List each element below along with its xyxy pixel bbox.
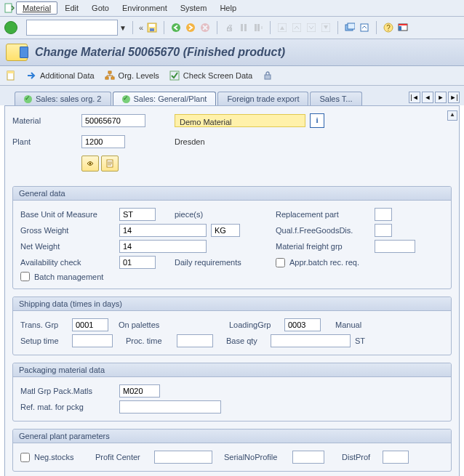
dist-prof-field[interactable] <box>383 451 409 464</box>
plant-desc: Dresden <box>175 137 205 146</box>
tab-label: Sales: sales org. 2 <box>36 94 102 103</box>
check-screen-button[interactable]: Check Screen Data <box>169 70 252 81</box>
menu-doc-icon[interactable] <box>4 3 15 13</box>
weight-unit-field[interactable] <box>211 224 240 237</box>
last-page-icon <box>320 22 332 33</box>
group-title: General data <box>13 187 451 201</box>
new-session-icon[interactable] <box>344 22 356 33</box>
svg-rect-8 <box>244 24 247 31</box>
document-icon <box>6 70 16 81</box>
material-label: Material <box>12 116 81 125</box>
loading-grp-field[interactable] <box>284 318 321 331</box>
group-title: Packaging material data <box>13 363 451 377</box>
svg-rect-25 <box>108 71 111 73</box>
cancel-icon <box>199 22 211 33</box>
appr-batch-label: Appr.batch rec. req. <box>289 258 359 267</box>
tab-label: Foreign trade export <box>227 94 299 103</box>
app-toolbar: ▼ « 🖨 ? <box>0 17 464 39</box>
neg-stocks-checkbox[interactable] <box>20 453 30 462</box>
group-shipping-data: Shipping data (times in days) Trans. Grp… <box>12 297 452 355</box>
svg-rect-10 <box>257 24 260 31</box>
find-icon <box>238 22 249 33</box>
material-desc-field[interactable]: Demo Material <box>175 114 305 127</box>
group-title: Shipping data (times in days) <box>13 297 451 311</box>
menu-environment[interactable]: Environment <box>116 2 173 14</box>
content-scrollbar[interactable]: ▲▼ <box>447 110 457 476</box>
net-weight-field[interactable] <box>119 240 207 253</box>
check-green-icon <box>169 70 180 81</box>
additional-data-button[interactable]: Additional Data <box>26 70 95 81</box>
help-icon[interactable]: ? <box>383 22 394 33</box>
appr-batch-checkbox[interactable] <box>276 258 285 267</box>
exit-icon[interactable] <box>185 22 196 33</box>
trans-grp-field[interactable] <box>72 318 108 331</box>
lock-button[interactable] <box>263 70 273 81</box>
plant-field[interactable] <box>81 135 125 148</box>
tab-sales-org-2[interactable]: Sales: sales org. 2 <box>15 92 111 105</box>
check-icon <box>24 95 32 103</box>
window-header: Change Material 50065670 (Finished produ… <box>0 39 464 66</box>
tab-sales-text[interactable]: Sales T... <box>310 92 361 105</box>
display-change-button[interactable] <box>81 156 99 172</box>
tab-next-icon[interactable]: ► <box>435 92 447 103</box>
menu-material[interactable]: Material <box>16 1 57 15</box>
hierarchy-icon <box>105 70 115 81</box>
trans-grp-text: On palettes <box>119 320 184 329</box>
tab-first-icon[interactable]: |◄ <box>409 92 420 103</box>
menu-system[interactable]: System <box>175 2 213 14</box>
base-qty-field[interactable] <box>271 334 351 347</box>
tab-label: Sales T... <box>319 94 352 103</box>
check-screen-label: Check Screen Data <box>183 71 252 80</box>
document-button[interactable] <box>101 156 119 172</box>
ref-mat-field[interactable] <box>119 400 221 414</box>
matl-grp-label: Matl Grp Pack.Matls <box>20 387 115 395</box>
additional-data-label: Additional Data <box>40 71 95 80</box>
replacement-field[interactable] <box>375 208 392 221</box>
serial-profile-field[interactable] <box>292 451 324 464</box>
tab-prev-icon[interactable]: ◄ <box>422 92 433 103</box>
menu-edit[interactable]: Edit <box>59 2 84 14</box>
command-dropdown-icon[interactable]: ▼ <box>119 24 127 32</box>
proc-time-field[interactable] <box>177 334 213 347</box>
freight-field[interactable] <box>375 240 415 253</box>
tab-foreign-trade-export[interactable]: Foreign trade export <box>217 92 308 105</box>
menu-bar: Material Edit Goto Environment System He… <box>0 0 464 17</box>
scroll-up-icon[interactable]: ▲ <box>447 110 457 121</box>
tab-sales-general-plant[interactable]: Sales: General/Plant <box>113 92 217 105</box>
save-icon[interactable] <box>146 22 158 33</box>
group-title: General plant parameters <box>13 429 451 443</box>
setup-time-field[interactable] <box>72 334 113 347</box>
svg-rect-17 <box>361 24 368 31</box>
other-material-button[interactable] <box>6 70 16 81</box>
back-green-icon[interactable] <box>170 22 182 33</box>
matl-grp-field[interactable] <box>119 384 160 398</box>
batch-mgmt-checkbox[interactable] <box>20 272 30 281</box>
avail-check-text: Daily requirements <box>175 258 241 267</box>
batch-mgmt-label: Batch management <box>34 273 103 281</box>
info-icon[interactable]: i <box>310 113 324 128</box>
command-field[interactable] <box>26 20 118 36</box>
tab-nav: |◄ ◄ ► ►| <box>409 92 460 105</box>
profit-center-field[interactable] <box>154 451 212 464</box>
org-levels-button[interactable]: Org. Levels <box>105 70 159 81</box>
check-icon <box>122 95 130 103</box>
org-levels-label: Org. Levels <box>119 71 159 80</box>
back-icon[interactable]: « <box>139 23 143 32</box>
svg-rect-21 <box>399 24 407 25</box>
uom-field[interactable] <box>119 208 156 221</box>
material-field[interactable] <box>81 114 145 127</box>
enter-icon[interactable] <box>4 21 17 34</box>
avail-check-field[interactable] <box>119 256 156 269</box>
gross-weight-field[interactable] <box>119 224 207 237</box>
svg-rect-27 <box>111 77 114 79</box>
loading-grp-label: LoadingGrp <box>229 320 280 329</box>
layout-icon[interactable] <box>397 22 409 33</box>
menu-help[interactable]: Help <box>214 2 242 14</box>
avail-check-label: Availability check <box>20 258 115 267</box>
shortcut-icon[interactable] <box>359 22 370 33</box>
menu-goto[interactable]: Goto <box>86 2 115 14</box>
tab-last-icon[interactable]: ►| <box>448 92 460 103</box>
serial-profile-label: SerialNoProfile <box>224 453 288 461</box>
qual-field[interactable] <box>375 224 392 237</box>
first-page-icon <box>276 22 288 33</box>
